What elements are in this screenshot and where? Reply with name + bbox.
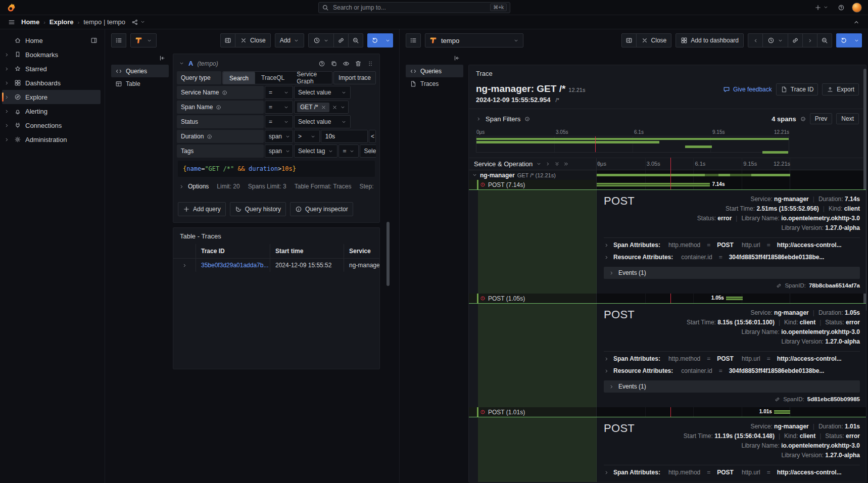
time-picker-left[interactable] [308,33,334,47]
service-operation-header[interactable]: Service & Operation [474,160,533,168]
sidebar-item-starred[interactable]: Starred [2,62,101,76]
help-button[interactable] [836,2,847,14]
collapse-children-icon[interactable] [472,172,477,178]
dock-sidebar-icon[interactable] [90,37,98,44]
minimap-area[interactable] [476,136,789,153]
tags-value-select[interactable]: Select va [360,144,376,158]
close-pane-button-left[interactable]: Close [235,33,271,47]
mega-menu-toggle[interactable] [6,16,17,28]
trace-id-link[interactable]: 35be0f3d29a01adda7b... [196,259,270,272]
span-filters-label[interactable]: Span Filters [486,115,520,123]
resource-attributes-accordion[interactable]: Resource Attributes:container.id=304fd88… [604,365,860,377]
span-id-row[interactable]: SpanID: 78b8cbaa6514af7a [604,282,860,288]
right-tab-traces[interactable]: Traces [406,77,463,90]
breadcrumb-explore[interactable]: Explore [50,18,74,26]
refresh-button-left[interactable] [367,33,382,47]
expand-icon[interactable] [4,123,10,128]
panel-title[interactable]: Trace [469,65,866,79]
resource-attributes-accordion[interactable]: Resource Attributes:container.id=304fd88… [604,251,860,263]
span-row-parent[interactable]: ng-managerGET /* (12.21s) [469,170,866,180]
events-accordion[interactable]: Events (1) [604,380,860,393]
zoom-out-button-left[interactable] [348,33,363,47]
remove-query-icon[interactable] [355,60,362,67]
query-inspector-button[interactable]: Query inspector [290,202,353,216]
query-help-icon[interactable] [318,60,325,67]
span-attributes-accordion[interactable]: Span Attributes:http.method=POSThttp.url… [604,239,860,251]
span-attributes-accordion[interactable]: Span Attributes:http.method=POSThttp.url… [604,466,860,478]
breadcrumb-home[interactable]: Home [21,18,39,26]
status-value-select[interactable]: Select value [294,115,351,128]
expand-row-icon[interactable] [182,263,187,268]
collapse-sidebar-icon[interactable] [453,55,460,62]
drag-query-icon[interactable] [367,60,374,67]
resource-attributes-accordion[interactable]: Resource Attributes:container.id=304fd88… [604,478,860,482]
refresh-interval-button-right[interactable] [851,33,862,47]
query-ref-id[interactable]: A [188,60,193,67]
column-drag-handle[interactable]: ‖ [598,161,600,167]
refresh-button-right[interactable] [836,33,851,47]
collapse-toolbar-button[interactable] [851,16,862,28]
tags-operator-select[interactable]: = [339,144,359,158]
refresh-interval-button-left[interactable] [382,33,393,47]
add-button[interactable]: Add [275,33,304,47]
expand-icon[interactable] [4,80,10,86]
service-name-value-select[interactable]: Select value [294,86,351,99]
datasource-picker-left[interactable] [130,33,157,47]
export-button[interactable]: Export [822,83,859,95]
span-row[interactable]: POST (1.01s) 1.01s [469,407,866,417]
sidebar-item-bookmarks[interactable]: Bookmarks [2,47,101,62]
toggle-query-icon[interactable] [343,60,350,67]
query-type-search[interactable]: Search [223,72,255,84]
trace-minimap[interactable]: 0μs3.05s6.1s9.15s12.21s [476,129,789,153]
events-accordion[interactable]: Events (1) [604,267,860,279]
scrollbar-thumb[interactable] [387,222,390,286]
time-shift-forward-button[interactable] [802,33,817,47]
split-pane-button[interactable] [621,33,637,47]
avatar[interactable] [852,3,862,13]
span-row[interactable]: POST (7.14s) 7.14s [469,180,866,189]
sidebar-item-alerting[interactable]: Alerting [2,104,101,118]
duration-scope-select[interactable]: span [265,130,293,143]
remove-chip-icon[interactable] [321,105,326,110]
link-time-button-left[interactable] [333,33,349,47]
duration-operator-select[interactable]: > [294,130,320,143]
sidebar-item-dashboards[interactable]: Dashboards [2,76,101,90]
time-shift-back-button[interactable] [748,33,763,47]
span-row[interactable]: POST (1.05s) 1.05s [469,294,866,303]
chevron-down-icon[interactable] [536,161,542,167]
tags-scope-select[interactable]: span [265,144,293,158]
panel-title[interactable]: Table - Traces [173,228,379,244]
span-id-row[interactable]: SpanID: 5d81ebc850b09985 [604,396,860,402]
span-name-value-select[interactable]: GET /* [294,101,349,114]
new-button[interactable] [812,2,831,14]
tags-key-select[interactable]: Select tag [294,144,337,158]
query-options-row[interactable]: Options Limit: 20Spans Limit: 3Table For… [177,177,376,197]
expand-icon[interactable] [4,66,10,72]
zoom-out-button-right[interactable] [817,33,832,47]
split-pane-button[interactable] [220,33,235,47]
sidebar-item-home[interactable]: Home [2,33,101,47]
trace-id-button[interactable]: Trace ID [776,83,818,95]
close-pane-button-right[interactable]: Close [636,33,672,47]
expand-icon[interactable] [4,52,10,58]
grafana-logo-icon[interactable] [6,3,16,13]
prev-span-button[interactable]: Prev [810,113,833,124]
duration-value-input[interactable]: 10s [321,130,368,143]
expand-icon[interactable] [4,94,10,100]
sidebar-item-administration[interactable]: Administration [2,132,101,147]
search-input[interactable]: Search or jump to... ⌘+k [318,2,510,13]
span-name-operator-select[interactable]: = [265,101,293,114]
collapse-sidebar-icon[interactable] [159,55,166,62]
query-type-traceql[interactable]: TraceQL [255,72,291,84]
span-name-chip[interactable]: GET /* [297,103,329,112]
query-history-button[interactable]: Query history [230,202,286,216]
span-bar[interactable] [597,183,710,186]
next-span-button[interactable]: Next [836,113,859,124]
service-name-operator-select[interactable]: = [265,86,293,99]
double-chevron-down-icon[interactable] [554,161,560,167]
import-trace-button[interactable]: Import trace [333,71,376,84]
left-tab-queries[interactable]: Queries [111,65,169,77]
clear-value-icon[interactable] [332,105,337,110]
duplicate-query-icon[interactable] [330,60,337,67]
span-bar[interactable] [597,174,790,176]
